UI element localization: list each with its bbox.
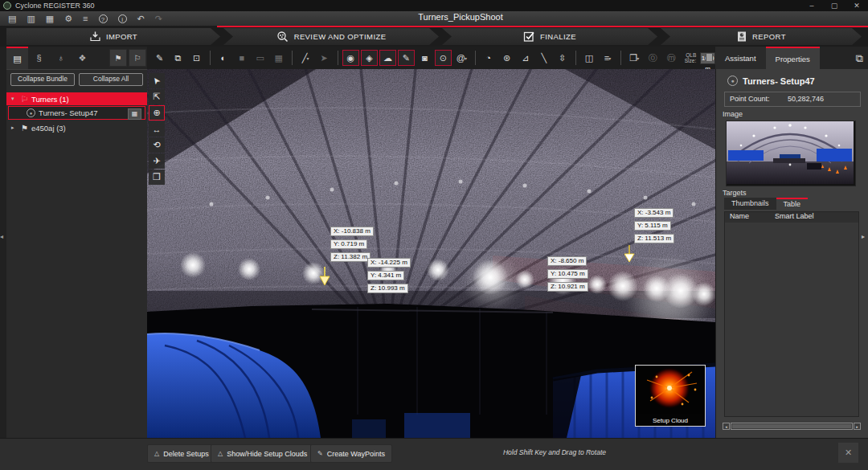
tree-item-bundle-turners[interactable]: ▾ ⚑ Turners (1) [6,92,147,105]
cloud-split-button[interactable]: ◔ [480,50,497,66]
help-icon[interactable]: ? [99,14,108,23]
show-annotations-toggle[interactable]: ✎ [398,50,415,66]
elevation-button[interactable]: ⇳ [554,50,571,66]
zoom-fit-tool[interactable]: ↔ [149,121,165,137]
bundle-alt-view-button[interactable]: ⚐ [129,49,146,67]
fly-tool[interactable]: ✈ [149,153,165,169]
scroll-left-button[interactable]: ◂ [723,423,730,430]
show-labels-toggle[interactable]: ◈ [361,50,378,66]
view-cube-button[interactable]: ❒▾ [626,50,643,66]
collapse-bundle-button[interactable]: Collapse Bundle [10,73,75,86]
dropdown-caret-icon[interactable]: ▾ [608,55,611,61]
workflow-step-report[interactable]: REPORT [661,28,862,45]
dropdown-caret-icon[interactable]: ▾ [465,55,467,61]
collapsed-caret-icon[interactable]: ▸ [11,125,18,131]
measure-button[interactable]: ╱▾ [297,50,314,66]
zoom-region-icon: ⊡ [193,53,200,63]
dismiss-hint-button[interactable]: ✕ [838,443,858,463]
cube-view-tool[interactable]: ❒ [149,170,165,185]
show-targets-toggle[interactable]: ◉ [342,50,359,66]
look-around-tool[interactable]: ⟲ [149,137,165,153]
close-button[interactable]: ✕ [845,0,868,11]
tab-thumbnails[interactable]: Thumbnails [724,198,776,210]
column-smart-label[interactable]: Smart Label [775,212,814,223]
workflow-step-review[interactable]: REVIEW AND OPTIMIZE [223,28,439,45]
undo-icon[interactable]: ↶ [137,12,145,25]
cube-original-button[interactable]: ⓞ [645,50,661,66]
tab-project-explorer[interactable]: ▤ [6,47,28,69]
setup-cloud-thumbnail[interactable]: Setup Cloud [635,365,706,427]
bundle-view-button[interactable]: ⚑ [109,49,127,67]
point-cloud-viewport[interactable]: ➤ ⇱ ⊕ ↔ ⟲ ✈ ❒ X: -10.838 mY: 0.719 mZ: 1… [147,69,715,438]
tab-sites[interactable]: ♁ [50,47,72,69]
list-menu-button[interactable]: ≡▾ [599,50,616,66]
panorama-view-button[interactable]: ▭ [252,50,268,66]
save-project-icon[interactable]: ▥ [27,12,35,25]
tree-item-bundle-e450aj[interactable]: ▸ ⚑ e450aj (3) [6,121,147,134]
image-icon: ▦ [275,53,283,63]
minimize-button[interactable]: – [800,0,823,11]
workflow-step-finalize[interactable]: FINALIZE [442,28,657,45]
archive-icon[interactable]: ▦ [46,12,54,25]
viewport-toolbar: ✎ ⧉ ⊡ ◐ ■ ▭ ▦ ╱▾ ➤ ◉ ◈ ☁ ✎ ◙ ⊙ @▾ ◔ ⊛ ⊿ … [147,47,715,69]
slider-handle[interactable] [706,54,713,61]
setup-image-badge[interactable]: ▦ [128,108,141,120]
panorama-image[interactable] [726,121,856,186]
workflow-step-import[interactable]: IMPORT [6,28,220,45]
pan-tool[interactable]: ⊕ [149,105,165,121]
create-waypoints-button[interactable]: ✎ Create WayPoints [310,444,392,463]
info-icon[interactable]: i [118,14,127,23]
zoom-region-button[interactable]: ⊡ [188,50,205,66]
show-clouds-toggle[interactable]: ☁ [379,50,396,66]
cube-model-button[interactable]: ⓜ [663,50,680,66]
navigation-toolstrip: ➤ ⇱ ⊕ ↔ ⟲ ✈ ❒ [149,73,165,185]
point-cloud-scene[interactable] [147,69,715,438]
draw-line-button[interactable]: ╲ [535,50,552,66]
scrollbar-track[interactable] [731,423,853,430]
add-target-button[interactable]: ⊛ [498,50,515,66]
tab-table[interactable]: Table [776,198,809,210]
open-project-icon[interactable]: ▤ [8,12,16,25]
duplicate-button[interactable]: ⧉ [170,50,186,66]
delete-setups-button[interactable]: △ Delete Setups [147,444,216,463]
targets-table[interactable]: Name Smart Label [724,211,859,417]
show-hide-setup-clouds-button[interactable]: △ Show/Hide Setup Clouds [211,444,314,463]
maximize-button[interactable]: ▢ [823,0,845,11]
horizontal-scrollbar[interactable]: ◂ ▸ [723,423,861,430]
expand-right-panel-arrow[interactable]: ▸ [862,233,865,240]
measurement-label[interactable]: X: -8.650 mY: 10.475 mZ: 10.921 m [547,256,588,295]
storage-icon[interactable]: ≡ [83,12,88,25]
links-menu-button[interactable]: @▾ [453,50,470,66]
layout-panels-icon[interactable]: ⧉ [856,52,863,65]
properties-panel: ● Turners- Setup47 Point Count: 50,282,7… [715,69,868,438]
setup-marker-icon: △ [218,450,223,457]
axes-button[interactable]: ⊿ [517,50,534,66]
select-tool[interactable]: ➤ [149,73,165,88]
scrollbar-thumb[interactable] [732,424,851,428]
tab-assistant[interactable]: Assistant [715,47,766,69]
measurement-label[interactable]: X: -14.225 mY: 4.341 mZ: 10.993 m [367,258,411,296]
tree-item-setup47-selected[interactable]: ● Turners- Setup47 ▦ [8,106,145,120]
qlb-size-slider[interactable]: 10.0 m [700,52,715,64]
tab-attachments[interactable]: § [28,47,50,69]
colorize-button[interactable]: ◐ [215,50,231,66]
select-points-tool[interactable]: ⇱ [149,89,165,104]
show-images-toggle[interactable]: ◙ [416,50,433,66]
measurement-label[interactable]: X: -3.543 mY: 5.115 mZ: 11.513 m [634,208,674,247]
grayscale-button[interactable]: ■ [233,50,250,66]
scroll-right-button[interactable]: ▸ [854,423,861,430]
column-name[interactable]: Name [725,212,775,223]
dropdown-caret-icon[interactable]: ▾ [306,55,309,61]
expand-caret-icon[interactable]: ▾ [11,96,18,102]
tab-properties[interactable]: Properties [766,47,820,69]
tab-assets[interactable]: ❖ [72,47,93,69]
collapse-all-button[interactable]: Collapse All [79,73,143,86]
image-view-button[interactable]: ▦ [270,50,287,66]
pano-cube-button[interactable]: ◫ [580,50,597,66]
pick-point-button[interactable]: ➤ [316,50,333,66]
dropdown-caret-icon[interactable]: ▾ [637,55,639,61]
annotate-tag-button[interactable]: ✎ [151,50,168,66]
settings-gear-icon[interactable]: ⚙ [64,12,72,25]
collapse-left-panel-arrow[interactable]: ◂ [0,233,3,240]
show-waypoints-toggle[interactable]: ⊙ [435,50,452,66]
